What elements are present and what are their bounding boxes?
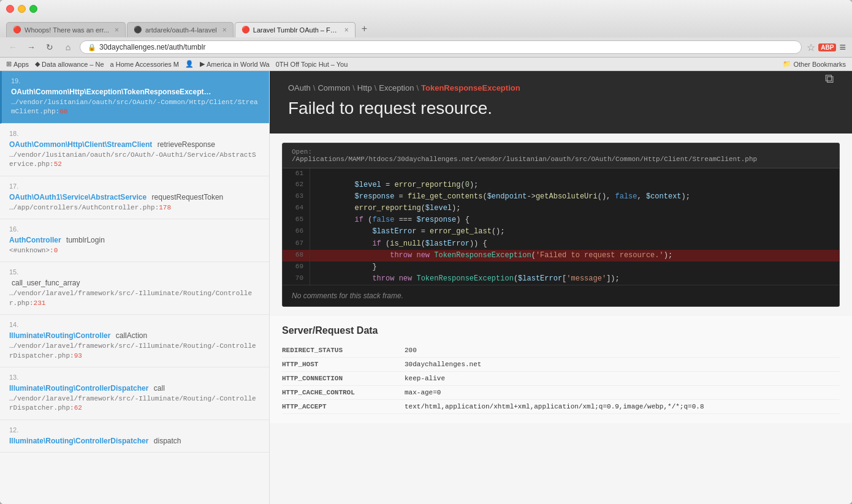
data-val-cache: max-age=0	[405, 389, 441, 396]
bookmark-offtopic-label: 0TH Off Topic Hut – You	[276, 61, 348, 68]
other-bookmarks[interactable]: 📁 Other Bookmarks	[783, 60, 846, 68]
line-num-65: 65	[283, 214, 310, 226]
stack-item-16[interactable]: 16. AuthController tumblrLogin <#unknown…	[0, 219, 269, 262]
line-content-64: error_reporting($level);	[310, 203, 470, 214]
youtube-icon: ▶	[200, 60, 205, 68]
nav-bar: ← → ↻ ⌂ 🔒 30daychallenges.net/auth/tumbl…	[0, 37, 852, 58]
back-button[interactable]: ←	[6, 40, 20, 54]
data-key-redirect: REDIRECT_STATUS	[282, 347, 405, 354]
code-line-70: 70 throw new TokenResponseException($las…	[283, 273, 839, 285]
data-key-cache: HTTP_CACHE_CONTROL	[282, 389, 405, 396]
content-area: 19. OAuth\Common\Http\Exception\TokenRes…	[0, 71, 852, 504]
tab-close-1[interactable]: ×	[115, 26, 119, 34]
no-comments: No comments for this stack frame.	[283, 285, 839, 306]
breadcrumb-exception: Exception	[379, 83, 414, 92]
address-icon: 🔒	[88, 43, 96, 51]
line-num-61: 61	[283, 168, 310, 179]
forward-button[interactable]: →	[25, 40, 38, 54]
copy-icon[interactable]: ⧉	[825, 72, 834, 86]
user-icon: 👤	[185, 60, 194, 68]
line-content-68: throw new TokenResponseException('Failed…	[310, 250, 682, 261]
tab-label-2: artdarek/oauth-4-laravel	[145, 26, 217, 34]
line-num-69: 69	[283, 261, 310, 273]
line-content-62: $level = error_reporting(0);	[310, 179, 487, 191]
stack-number-19: 19.	[11, 77, 260, 85]
home-button[interactable]: ⌂	[61, 40, 75, 54]
browser-window: 🔴 Whoops! There was an err... × ⚫ artdar…	[0, 0, 852, 504]
stack-class-18: OAuth\Common\Http\Client\StreamClient re…	[9, 138, 260, 149]
stack-class-17: OAuth\OAuth1\Service\AbstractService req…	[9, 191, 260, 202]
stack-item-17[interactable]: 17. OAuth\OAuth1\Service\AbstractService…	[0, 176, 269, 219]
line-num-62: 62	[283, 179, 310, 191]
code-line-62: 62 $level = error_reporting(0);	[283, 179, 839, 191]
tab-1[interactable]: 🔴 Whoops! There was an err... ×	[6, 22, 126, 37]
nav-actions: ☆ ABP ≡	[807, 41, 846, 54]
address-text: 30daychallenges.net/auth/tumblr	[99, 43, 794, 51]
line-num-64: 64	[283, 203, 310, 214]
maximize-button[interactable]	[29, 5, 37, 13]
bookmark-apps[interactable]: ⊞ Apps	[6, 60, 29, 68]
tab-close-3[interactable]: ×	[344, 26, 349, 34]
line-num-67: 67	[283, 238, 310, 250]
code-line-63: 63 $response = file_get_contents($endpoi…	[283, 191, 839, 203]
line-num-70: 70	[283, 273, 310, 285]
bookmark-user[interactable]: 👤	[185, 60, 194, 68]
code-line-67: 67 if (is_null($lastError)) {	[283, 238, 839, 250]
code-line-66: 66 $lastError = error_get_last();	[283, 226, 839, 238]
stack-number-15: 15.	[9, 268, 260, 276]
data-row-accept: HTTP_ACCEPT text/html,application/xhtml+…	[282, 400, 840, 414]
bookmark-data[interactable]: ◆ Data allowance – Ne	[35, 60, 104, 68]
stack-item-14[interactable]: 14. Illuminate\Routing\Controller callAc…	[0, 315, 269, 367]
stack-item-18[interactable]: 18. OAuth\Common\Http\Client\StreamClien…	[0, 124, 269, 176]
tabs-row: 🔴 Whoops! There was an err... × ⚫ artdar…	[6, 20, 846, 37]
new-tab-button[interactable]: +	[357, 20, 372, 37]
line-num-66: 66	[283, 226, 310, 238]
code-file-label: Open:	[292, 148, 312, 156]
data-row-cache: HTTP_CACHE_CONTROL max-age=0	[282, 386, 840, 400]
stack-number-17: 17.	[9, 182, 260, 190]
error-header: OAuth \ Common \ Http \ Exception \ Toke…	[270, 71, 852, 134]
reload-button[interactable]: ↻	[43, 40, 56, 54]
menu-icon[interactable]: ≡	[839, 41, 846, 54]
data-val-accept: text/html,application/xhtml+xml,applicat…	[405, 403, 704, 410]
folder-icon: 📁	[783, 60, 791, 68]
stack-item-15[interactable]: 15. call_user_func_array …/vendor/larave…	[0, 262, 269, 315]
code-line-68: 68 throw new TokenResponseException('Fai…	[283, 250, 839, 261]
data-section-title: Server/Request Data	[282, 325, 840, 336]
bookmark-home[interactable]: a Home Accessories M	[110, 61, 179, 68]
stack-number-14: 14.	[9, 321, 260, 328]
stack-class-16: AuthController tumblrLogin	[9, 234, 260, 245]
abp-badge[interactable]: ABP	[818, 43, 836, 51]
code-section: Open: /Applications/MAMP/htdocs/30daycha…	[282, 143, 840, 307]
breadcrumb-common: Common	[318, 83, 350, 92]
error-title: Failed to request resource.	[288, 99, 834, 118]
bookmark-apps-label: Apps	[13, 61, 29, 68]
breadcrumb: OAuth \ Common \ Http \ Exception \ Toke…	[288, 83, 834, 92]
bookmark-off-topic[interactable]: 0TH Off Topic Hut – You	[276, 61, 348, 68]
close-button[interactable]	[6, 5, 14, 13]
code-line-65: 65 if (false === $response) {	[283, 214, 839, 226]
stack-path-13: …/vendor/laravel/framework/src/-Illumina…	[9, 394, 260, 413]
line-content-67: if (is_null($lastError)) {	[310, 238, 496, 250]
bookmark-star-icon[interactable]: ☆	[807, 42, 815, 53]
stack-class-12: Illuminate\Routing\ControllerDispatcher …	[9, 435, 260, 446]
tab-2[interactable]: ⚫ artdarek/oauth-4-laravel ×	[127, 22, 234, 37]
breadcrumb-class: TokenResponseException	[421, 83, 520, 92]
line-content-61	[310, 168, 329, 179]
address-bar[interactable]: 🔒 30daychallenges.net/auth/tumblr	[80, 40, 802, 54]
stack-item-13[interactable]: 13. Illuminate\Routing\ControllerDispatc…	[0, 367, 269, 420]
data-row-redirect: REDIRECT_STATUS 200	[282, 344, 840, 358]
minimize-button[interactable]	[18, 5, 26, 13]
stack-item-12[interactable]: 12. Illuminate\Routing\ControllerDispatc…	[0, 420, 269, 453]
code-file-path: Open: /Applications/MAMP/htdocs/30daycha…	[283, 143, 839, 168]
bookmark-icon-data: ◆	[35, 60, 40, 68]
line-content-66: $lastError = error_get_last();	[310, 226, 514, 238]
tab-close-2[interactable]: ×	[223, 26, 227, 34]
stack-number-18: 18.	[9, 130, 260, 137]
bookmark-america[interactable]: ▶ America in World Wa	[200, 60, 270, 68]
stack-item-19[interactable]: 19. OAuth\Common\Http\Exception\TokenRes…	[0, 71, 269, 124]
tab-3[interactable]: 🔴 Laravel Tumblr OAuth – Fa... ×	[235, 22, 356, 37]
tab-label-1: Whoops! There was an err...	[25, 26, 109, 34]
breadcrumb-oauth: OAuth	[288, 83, 311, 92]
line-num-63: 63	[283, 191, 310, 203]
